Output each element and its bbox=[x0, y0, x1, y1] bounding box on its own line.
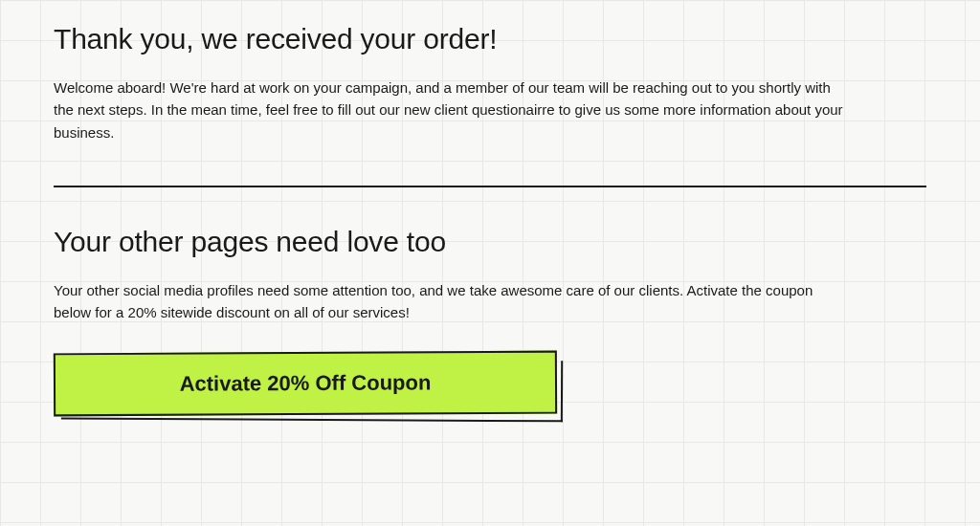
activate-coupon-button[interactable]: Activate 20% Off Coupon bbox=[54, 351, 557, 417]
thank-you-heading: Thank you, we received your order! bbox=[54, 23, 926, 55]
upsell-heading: Your other pages need love too bbox=[54, 226, 926, 258]
section-divider bbox=[54, 186, 926, 187]
coupon-button-label: Activate 20% Off Coupon bbox=[180, 371, 432, 396]
upsell-section: Your other pages need love too Your othe… bbox=[54, 226, 926, 416]
thank-you-body: Welcome aboard! We're hard at work on yo… bbox=[54, 77, 848, 143]
thank-you-section: Thank you, we received your order! Welco… bbox=[54, 23, 926, 143]
upsell-body: Your other social media profiles need so… bbox=[54, 279, 848, 324]
